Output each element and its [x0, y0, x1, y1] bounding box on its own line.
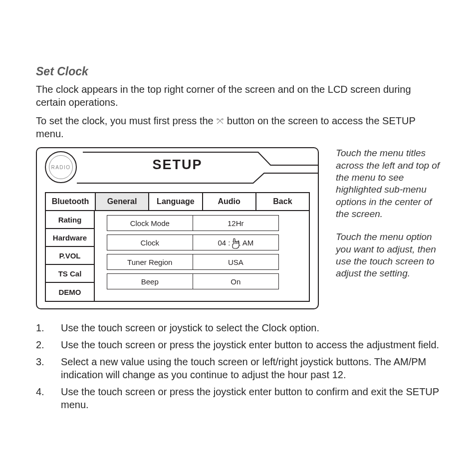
steps-list: 1.Use the touch screen or joystick to se… [36, 321, 440, 411]
option-clock[interactable]: Clock 04 : 31 AM [107, 235, 279, 250]
option-tuner-region[interactable]: Tuner Region USA [107, 254, 279, 270]
side-tab-tscal[interactable]: TS Cal [46, 265, 94, 283]
device-setup-screen: RADIO SETUP Bluetooth General Language A… [36, 147, 319, 309]
option-clock-mode[interactable]: Clock Mode 12Hr [107, 215, 279, 231]
side-tabs: Rating Hardware P.VOL TS Cal DEMO [45, 211, 95, 302]
side-tab-bluetooth[interactable]: Bluetooth [46, 193, 96, 210]
note-2: Touch the menu option you want to adjust… [336, 231, 440, 279]
svg-point-3 [222, 119, 224, 120]
touch-cursor-icon [231, 238, 240, 249]
intro-text: The clock appears in the top right corne… [36, 83, 440, 140]
option-beep[interactable]: Beep On [107, 273, 279, 289]
step-3: 3.Select a new value using the touch scr… [36, 355, 440, 381]
top-tab-general[interactable]: General [96, 193, 149, 210]
step-4: 4.Use the touch screen or press the joys… [36, 385, 440, 411]
side-tab-rating[interactable]: Rating [46, 211, 94, 229]
options-panel: Clock Mode 12Hr Clock 04 : 31 AM Tuner R… [95, 211, 310, 302]
side-tab-pvol[interactable]: P.VOL [46, 247, 94, 265]
tabs-row: Bluetooth General Language Audio Back [45, 192, 310, 211]
setup-tools-icon [216, 115, 224, 122]
top-tab-back[interactable]: Back [256, 193, 309, 210]
step-2: 2.Use the touch screen or press the joys… [36, 338, 440, 351]
top-tab-audio[interactable]: Audio [203, 193, 256, 210]
note-1: Touch the menu titles across the left an… [336, 147, 440, 220]
top-tab-language[interactable]: Language [149, 193, 203, 210]
section-heading: Set Clock [36, 65, 440, 78]
intro-p2: To set the clock, you must first press t… [36, 115, 440, 140]
side-tab-demo[interactable]: DEMO [46, 283, 94, 301]
step-1: 1.Use the touch screen or joystick to se… [36, 321, 440, 334]
intro-p1: The clock appears in the top right corne… [36, 83, 440, 109]
side-tab-hardware[interactable]: Hardware [46, 229, 94, 247]
side-notes: Touch the menu titles across the left an… [336, 147, 440, 309]
screen-title: SETUP [37, 157, 318, 173]
svg-point-2 [217, 119, 219, 120]
